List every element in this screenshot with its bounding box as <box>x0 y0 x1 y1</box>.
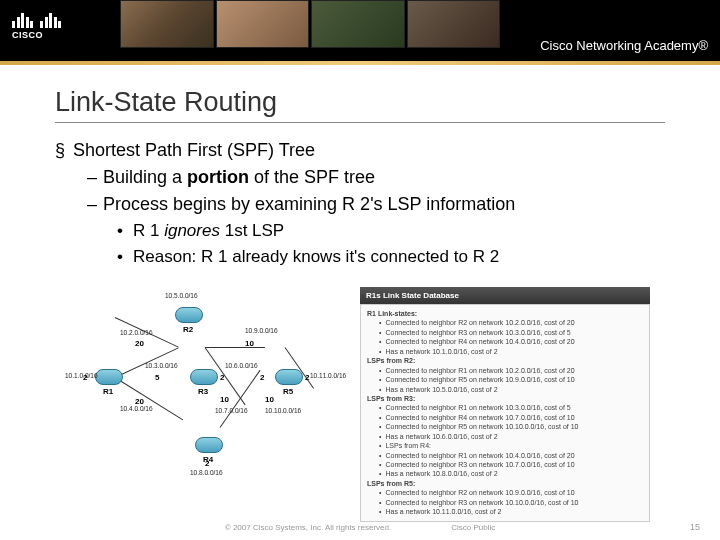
lsdb-header: R1s Link State Database <box>360 287 650 304</box>
router-r1-label: R1 <box>103 387 113 396</box>
router-r4 <box>195 437 223 453</box>
cisco-logo-bars <box>12 10 61 28</box>
net-11: 10.11.0.0/16 <box>310 372 346 379</box>
router-r3-label: R3 <box>198 387 208 396</box>
lsdb-r1-title: R1 Link-states: <box>367 310 417 317</box>
cisco-logo-text: CISCO <box>12 30 61 40</box>
lsdb-r3-list: Connected to neighbor R1 on network 10.3… <box>367 403 643 479</box>
bullet-l3a: R 1 ignores 1st LSP <box>55 218 665 244</box>
lsdb-panel: R1s Link State Database R1 Link-states: … <box>360 287 650 522</box>
lsdb-r1-list: Connected to neighbor R2 on network 10.2… <box>367 318 643 356</box>
title-rule <box>55 122 665 123</box>
page-number: 15 <box>690 522 700 532</box>
cost-20b: 20 <box>135 397 144 406</box>
cost-20a: 20 <box>135 339 144 348</box>
bullet-list: Shortest Path First (SPF) Tree Building … <box>55 137 665 269</box>
lsdb-r3-title: LSPs from R3: <box>367 395 415 402</box>
cost-2a: 2 <box>83 373 87 382</box>
router-r2-label: R2 <box>183 325 193 334</box>
lsdb-r2-title: LSPs from R2: <box>367 357 415 364</box>
lsdb-r5-list: Connected to neighbor R2 on network 10.9… <box>367 488 643 516</box>
router-r5-label: R5 <box>283 387 293 396</box>
router-r3 <box>190 369 218 385</box>
router-r2 <box>175 307 203 323</box>
cost-2e: 2 <box>205 459 209 468</box>
cost-10b: 10 <box>220 395 229 404</box>
cost-2d: 2 <box>305 373 309 382</box>
net-8: 10.8.0.0/16 <box>190 469 223 476</box>
cost-10c: 10 <box>265 395 274 404</box>
net-3: 10.3.0.0/16 <box>145 362 178 369</box>
net-4: 10.4.0.0/16 <box>120 405 153 412</box>
cost-2c: 2 <box>260 373 264 382</box>
bullet-l2a: Building a portion of the SPF tree <box>55 164 665 191</box>
net-2: 10.2.0.0/16 <box>120 329 153 336</box>
lsdb-r5-title: LSPs from R5: <box>367 480 415 487</box>
router-r1 <box>95 369 123 385</box>
slide-title: Link-State Routing <box>55 87 665 118</box>
lsdb-body: R1 Link-states: Connected to neighbor R2… <box>360 304 650 522</box>
header-gold-bar <box>0 61 720 65</box>
slide-footer: © 2007 Cisco Systems, Inc. All rights re… <box>0 523 720 532</box>
academy-label: Cisco Networking Academy® <box>540 38 708 53</box>
net-6: 10.6.0.0/16 <box>225 362 258 369</box>
net-9: 10.9.0.0/16 <box>245 327 278 334</box>
net-5: 10.5.0.0/16 <box>165 292 198 299</box>
slide-header: CISCO Cisco Networking Academy® <box>0 0 720 65</box>
net-1: 10.1.0.0/16 <box>65 372 98 379</box>
diagram-area: R2 R1 R3 R5 R4 10.5.0.0/16 10.2.0.0/16 1… <box>55 287 665 522</box>
lsdb-r2-list: Connected to neighbor R1 on network 10.2… <box>367 366 643 394</box>
net-10: 10.10.0.0/16 <box>265 407 301 414</box>
bullet-l2b: Process begins by examining R 2's LSP in… <box>55 191 665 218</box>
net-7: 10.7.0.0/16 <box>215 407 248 414</box>
footer-copyright: © 2007 Cisco Systems, Inc. All rights re… <box>225 523 391 532</box>
router-r5 <box>275 369 303 385</box>
cost-2b: 2 <box>220 373 224 382</box>
footer-classification: Cisco Public <box>451 523 495 532</box>
bullet-l1: Shortest Path First (SPF) Tree <box>55 137 665 164</box>
network-diagram: R2 R1 R3 R5 R4 10.5.0.0/16 10.2.0.0/16 1… <box>65 287 345 487</box>
cost-5: 5 <box>155 373 159 382</box>
header-photo-strip <box>120 0 500 48</box>
slide-content: Link-State Routing Shortest Path First (… <box>0 65 720 522</box>
cisco-logo: CISCO <box>12 10 61 40</box>
bullet-l3b: Reason: R 1 already knows it's connected… <box>55 244 665 270</box>
cost-10a: 10 <box>245 339 254 348</box>
